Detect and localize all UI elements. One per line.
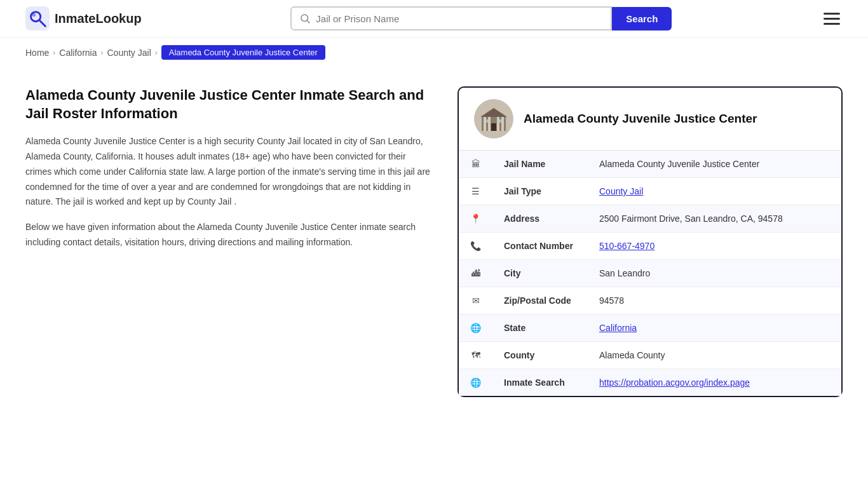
chevron-icon: › [155, 48, 158, 57]
svg-rect-10 [488, 117, 491, 131]
row-label: Jail Name [492, 151, 588, 178]
row-value[interactable]: https://probation.acgov.org/index.page [588, 369, 841, 396]
info-table: 🏛Jail NameAlameda County Juvenile Justic… [459, 151, 841, 396]
breadcrumb-type[interactable]: County Jail [107, 48, 151, 58]
table-row: 🏙CitySan Leandro [459, 260, 841, 287]
row-value[interactable]: County Jail [588, 178, 841, 205]
row-value[interactable]: 510-667-4970 [588, 233, 841, 260]
table-row: 🌐StateCalifornia [459, 315, 841, 342]
page-title: Alameda County Juvenile Justice Center I… [25, 86, 432, 123]
page-description-2: Below we have given information about th… [25, 220, 432, 250]
row-label: Zip/Postal Code [492, 287, 588, 315]
table-row: 🌐Inmate Searchhttps://probation.acgov.or… [459, 369, 841, 396]
row-icon: 🌐 [459, 315, 492, 342]
table-row: ☰Jail TypeCounty Jail [459, 178, 841, 205]
row-value: Alameda County Juvenile Justice Center [588, 151, 841, 178]
row-label: Inmate Search [492, 369, 588, 396]
breadcrumb-current: Alameda County Juvenile Justice Center [161, 45, 325, 60]
search-icon [299, 13, 311, 24]
row-value: San Leandro [588, 260, 841, 287]
row-value: 2500 Fairmont Drive, San Leandro, CA, 94… [588, 205, 841, 233]
table-row: 📍Address2500 Fairmont Drive, San Leandro… [459, 205, 841, 233]
left-column: Alameda County Juvenile Justice Center I… [25, 86, 432, 397]
row-link[interactable]: https://probation.acgov.org/index.page [599, 377, 750, 388]
row-icon: 📍 [459, 205, 492, 233]
logo-icon [25, 6, 50, 30]
breadcrumb: Home › California › County Jail › Alamed… [0, 37, 868, 67]
search-box [290, 6, 612, 30]
logo-text: InmateLookup [55, 11, 142, 26]
row-label: City [492, 260, 588, 287]
page-description-1: Alameda County Juvenile Justice Center i… [25, 134, 432, 210]
breadcrumb-home[interactable]: Home [25, 48, 49, 58]
row-link[interactable]: California [599, 323, 637, 333]
building-icon [474, 99, 513, 139]
row-icon: 🗺 [459, 342, 492, 369]
table-row: 📞Contact Number510-667-4970 [459, 233, 841, 260]
info-card: Alameda County Juvenile Justice Center 🏛… [458, 86, 843, 397]
row-label: Address [492, 205, 588, 233]
search-button[interactable]: Search [612, 7, 672, 30]
row-value[interactable]: California [588, 315, 841, 342]
svg-rect-9 [484, 117, 486, 131]
row-icon: 📞 [459, 233, 492, 260]
svg-rect-11 [497, 117, 499, 131]
facility-avatar [474, 99, 513, 139]
svg-rect-15 [499, 119, 504, 123]
svg-line-5 [308, 20, 310, 23]
row-link[interactable]: 510-667-4970 [599, 241, 654, 251]
search-input[interactable] [316, 13, 603, 24]
row-icon: ☰ [459, 178, 492, 205]
card-header: Alameda County Juvenile Justice Center [459, 88, 841, 151]
row-icon: 🌐 [459, 369, 492, 396]
menu-button[interactable] [821, 10, 843, 27]
chevron-icon: › [53, 48, 55, 57]
row-label: Contact Number [492, 233, 588, 260]
svg-point-4 [301, 15, 308, 22]
table-row: 🗺CountyAlameda County [459, 342, 841, 369]
row-label: Jail Type [492, 178, 588, 205]
row-icon: 🏙 [459, 260, 492, 287]
row-value: Alameda County [588, 342, 841, 369]
svg-point-3 [32, 13, 36, 17]
svg-rect-12 [501, 117, 504, 131]
table-row: ✉Zip/Postal Code94578 [459, 287, 841, 315]
row-icon: 🏛 [459, 151, 492, 178]
table-row: 🏛Jail NameAlameda County Juvenile Justic… [459, 151, 841, 178]
logo[interactable]: InmateLookup [25, 6, 142, 30]
svg-rect-13 [491, 123, 496, 131]
breadcrumb-state[interactable]: California [59, 48, 97, 58]
row-value: 94578 [588, 287, 841, 315]
chevron-icon: › [101, 48, 104, 57]
search-area: Search [290, 6, 672, 30]
main-content: Alameda County Juvenile Justice Center I… [0, 67, 868, 416]
card-title: Alameda County Juvenile Justice Center [524, 112, 757, 126]
row-link[interactable]: County Jail [599, 186, 643, 196]
row-label: County [492, 342, 588, 369]
svg-rect-14 [484, 119, 488, 123]
header: InmateLookup Search [0, 0, 868, 37]
row-label: State [492, 315, 588, 342]
row-icon: ✉ [459, 287, 492, 315]
right-column: Alameda County Juvenile Justice Center 🏛… [458, 86, 843, 397]
